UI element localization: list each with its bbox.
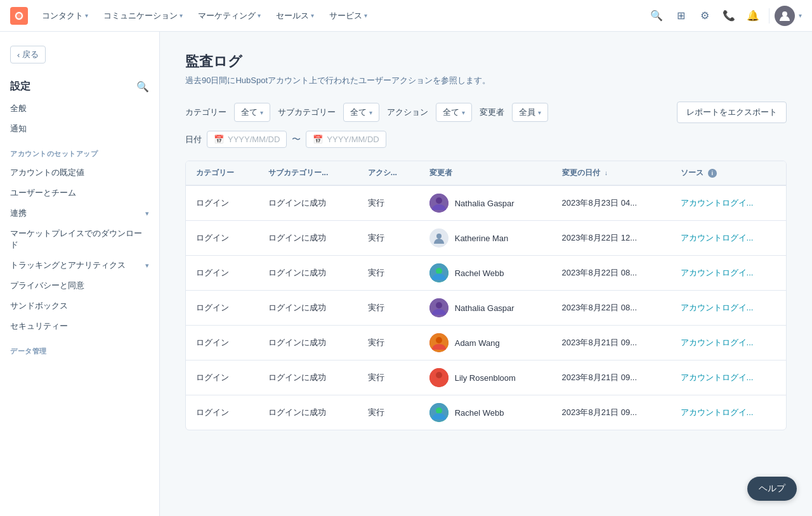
category-filter-label: カテゴリー [185, 107, 226, 118]
cell-category: ログイン [186, 395, 258, 430]
subcategory-filter-chevron: ▾ [369, 109, 372, 116]
source-link[interactable]: アカウントログイ... [681, 338, 754, 347]
sidebar-item-tracking[interactable]: トラッキングとアナリティクス ▾ [0, 255, 159, 275]
cell-subcategory: ログインに成功 [258, 326, 358, 361]
date-range-separator: 〜 [292, 134, 301, 145]
col-header-date[interactable]: 変更の日付 ↓ [552, 161, 671, 185]
sort-date-icon: ↓ [605, 169, 608, 176]
nav-communications[interactable]: コミュニケーション ▾ [97, 6, 189, 25]
nav-communications-chevron: ▾ [180, 12, 183, 19]
sidebar-item-notifications[interactable]: 通知 [0, 119, 159, 139]
source-link[interactable]: アカウントログイ... [681, 303, 754, 312]
back-button[interactable]: ‹ 戻る [0, 42, 159, 67]
source-info-icon[interactable]: i [708, 169, 717, 178]
user-name: Rachel Webb [455, 268, 504, 278]
sidebar-item-account-defaults[interactable]: アカウントの既定値 [0, 162, 159, 183]
cell-subcategory: ログインに成功 [258, 395, 358, 430]
nav-sales[interactable]: セールス ▾ [270, 6, 320, 25]
subcategory-filter-button[interactable]: 全て ▾ [343, 103, 379, 122]
cell-modifier: Katherine Man [419, 221, 552, 256]
help-button[interactable]: ヘルプ [747, 477, 797, 501]
cell-source[interactable]: アカウントログイ... [671, 326, 786, 361]
user-name: Nathalia Gaspar [455, 303, 514, 313]
cell-date: 2023年8月21日 09... [552, 326, 671, 361]
user-name: Adam Wang [455, 338, 500, 348]
export-report-button[interactable]: レポートをエクスポート [677, 102, 787, 123]
user-avatar [429, 368, 449, 387]
phone-button[interactable]: 📞 [718, 5, 740, 27]
cell-source[interactable]: アカウントログイ... [671, 256, 786, 291]
cell-date: 2023年8月22日 12... [552, 221, 671, 256]
sidebar-item-sandbox[interactable]: サンドボックス [0, 296, 159, 316]
col-header-modifier: 変更者 [419, 161, 552, 185]
notifications-button[interactable]: 🔔 [742, 5, 764, 27]
sidebar-search-icon[interactable]: 🔍 [136, 81, 149, 93]
cell-date: 2023年8月23日 04... [552, 185, 671, 221]
audit-log-table-container: カテゴリー サブカテゴリー... アクシ... 変更者 変更の日付 ↓ ソース … [185, 161, 787, 430]
source-link[interactable]: アカウントログイ... [681, 233, 754, 242]
tracking-chevron: ▾ [145, 261, 149, 270]
nav-marketing[interactable]: マーケティング ▾ [192, 6, 267, 25]
cell-source[interactable]: アカウントログイ... [671, 291, 786, 326]
cell-source[interactable]: アカウントログイ... [671, 395, 786, 430]
date-to-input[interactable]: 📅 YYYY/MM/DD [306, 131, 386, 148]
sidebar-item-users-teams[interactable]: ユーザーとチーム [0, 183, 159, 203]
sidebar-item-general[interactable]: 全般 [0, 98, 159, 119]
nav-marketing-chevron: ▾ [258, 12, 261, 19]
col-header-category: カテゴリー [186, 161, 258, 185]
cell-action: 実行 [358, 326, 419, 361]
page-subtitle: 過去90日間にHubSpotアカウント上で行われたユーザーアクションを参照します… [185, 75, 787, 86]
sidebar-item-marketplace[interactable]: マーケットプレイスでのダウンロード [0, 223, 159, 255]
action-filter-chevron: ▾ [462, 109, 465, 116]
cell-modifier: Rachel Webb [419, 256, 552, 291]
user-name: Katherine Man [455, 234, 509, 243]
user-avatar [429, 263, 449, 282]
grid-icon-button[interactable]: ⊞ [670, 5, 691, 27]
hubspot-logo[interactable] [10, 7, 28, 25]
cell-modifier: Adam Wang [419, 326, 552, 361]
modifier-filter-button[interactable]: 全員 ▾ [512, 103, 548, 122]
action-filter-button[interactable]: 全て ▾ [436, 103, 472, 122]
sidebar-item-privacy[interactable]: プライバシーと同意 [0, 275, 159, 296]
source-link[interactable]: アカウントログイ... [681, 407, 754, 417]
sidebar-item-security[interactable]: セキュリティー [0, 316, 159, 336]
category-filter-button[interactable]: 全て ▾ [234, 103, 270, 122]
nav-contacts[interactable]: コンタクト ▾ [36, 6, 95, 25]
settings-button[interactable]: ⚙ [694, 5, 716, 27]
svg-point-3 [436, 197, 442, 204]
col-header-action: アクシ... [358, 161, 419, 185]
sidebar: ‹ 戻る 設定 🔍 全般 通知 アカウントのセットアップ アカウントの既定値 ユ… [0, 32, 160, 516]
cell-source[interactable]: アカウントログイ... [671, 361, 786, 395]
source-link[interactable]: アカウントログイ... [681, 198, 754, 208]
user-avatar [429, 403, 449, 422]
cell-category: ログイン [186, 326, 258, 361]
integrations-chevron: ▾ [145, 209, 149, 218]
table-row: ログインログインに成功実行 Adam Wang2023年8月21日 09...ア… [186, 326, 786, 361]
sidebar-section-data: データ管理 [0, 336, 159, 360]
table-row: ログインログインに成功実行 Nathalia Gaspar2023年8月22日 … [186, 291, 786, 326]
calendar-from-icon: 📅 [214, 135, 224, 144]
cell-subcategory: ログインに成功 [258, 291, 358, 326]
back-arrow-icon: ‹ [17, 50, 20, 60]
nav-service[interactable]: サービス ▾ [323, 6, 374, 25]
user-avatar-nav[interactable] [775, 6, 795, 26]
table-header-row: カテゴリー サブカテゴリー... アクシ... 変更者 変更の日付 ↓ ソース … [186, 161, 786, 185]
cell-action: 実行 [358, 221, 419, 256]
cell-source[interactable]: アカウントログイ... [671, 185, 786, 221]
modifier-filter-chevron: ▾ [538, 109, 541, 116]
main-content: 監査ログ 過去90日間にHubSpotアカウント上で行われたユーザーアクションを… [160, 32, 812, 516]
table-row: ログインログインに成功実行 Katherine Man2023年8月22日 12… [186, 221, 786, 256]
cell-source[interactable]: アカウントログイ... [671, 221, 786, 256]
date-from-input[interactable]: 📅 YYYY/MM/DD [207, 131, 287, 148]
cell-category: ログイン [186, 361, 258, 395]
search-button[interactable]: 🔍 [646, 5, 667, 27]
table-row: ログインログインに成功実行 Lily Rosenbloom2023年8月21日 … [186, 361, 786, 395]
cell-category: ログイン [186, 256, 258, 291]
sidebar-item-integrations[interactable]: 連携 ▾ [0, 203, 159, 223]
sidebar-section-account: アカウントのセットアップ [0, 139, 159, 162]
category-filter-chevron: ▾ [260, 109, 263, 116]
nav-divider [769, 8, 769, 23]
source-link[interactable]: アカウントログイ... [681, 268, 754, 277]
cell-modifier: Nathalia Gaspar [419, 185, 552, 221]
source-link[interactable]: アカウントログイ... [681, 373, 754, 382]
